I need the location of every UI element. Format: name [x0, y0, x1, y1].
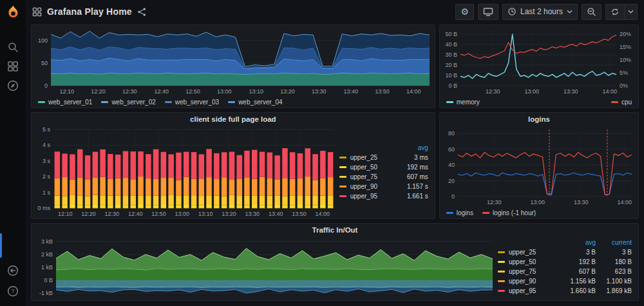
refresh-button[interactable]	[605, 4, 624, 20]
page-load-legend-table: avgupper_253 msupper_50192 msupper_75607…	[339, 126, 435, 218]
share-icon[interactable]	[137, 7, 147, 17]
legend-column-header[interactable]: avg	[564, 239, 596, 246]
svg-text:3 kB: 3 kB	[41, 238, 53, 245]
grafana-logo-icon[interactable]	[5, 5, 21, 21]
legend-column-header[interactable]: avg	[396, 144, 428, 151]
legend-value: 1.100 kB	[600, 278, 632, 285]
memory-cpu-chart[interactable]: 0 B10 B20 B30 B40 B50 B0%5%10%15%20%12:3…	[440, 25, 638, 96]
legend-value: 607 ms	[396, 173, 428, 180]
legend-label: upper_95	[350, 193, 377, 200]
panel-title-traffic[interactable]: Traffic In/Out	[32, 224, 638, 236]
legend-item[interactable]: logins (-1 hour)	[482, 209, 536, 216]
legend-column-header[interactable]: current	[600, 239, 632, 246]
svg-text:14:00: 14:00	[602, 88, 617, 95]
legend-row[interactable]: upper_253 ms	[339, 153, 428, 162]
svg-text:50 B: 50 B	[445, 31, 457, 37]
traffic-chart[interactable]: -1 kB0 B1 kB2 kB3 kB	[32, 236, 498, 300]
legend-row[interactable]: upper_50192 B180 B	[498, 257, 632, 267]
svg-text:13:40: 13:40	[269, 211, 283, 217]
legend-label: web_server_02	[111, 99, 155, 106]
svg-text:-1 kB: -1 kB	[39, 290, 53, 296]
svg-text:13:50: 13:50	[292, 211, 307, 217]
legend-value: 1.157 s	[396, 183, 428, 190]
page-load-chart[interactable]: 0 ms1 s2 s3 s4 s5 s12:1012:2012:3012:401…	[32, 126, 339, 218]
legend-marker	[38, 101, 45, 103]
svg-text:13:10: 13:10	[198, 211, 213, 217]
legend-row[interactable]: upper_951.660 kB1.869 kB	[498, 286, 632, 296]
main-area: Grafana Play Home ⚙ Last 2 hours	[26, 0, 644, 306]
search-icon[interactable]	[0, 37, 26, 57]
legend-item[interactable]: web_server_04	[228, 99, 282, 106]
legend-value: 623 B	[600, 268, 632, 275]
logins-chart[interactable]: 02040608012:3013:0013:3014:00	[440, 126, 638, 207]
legend-row[interactable]: upper_901.156 kB1.100 kB	[498, 276, 632, 286]
legend-row[interactable]: upper_253 B3 B	[498, 247, 632, 257]
gear-icon: ⚙	[460, 7, 469, 16]
svg-text:12:30: 12:30	[122, 88, 137, 95]
panel-page-load: client side full page load 0 ms1 s2 s3 s…	[31, 112, 435, 219]
legend-item[interactable]: cpu	[611, 99, 632, 106]
svg-text:13:10: 13:10	[249, 88, 263, 95]
legend-row[interactable]: upper_901.157 s	[339, 182, 428, 191]
svg-text:13:30: 13:30	[245, 211, 260, 217]
svg-text:12:50: 12:50	[185, 88, 200, 95]
settings-button[interactable]: ⚙	[455, 4, 474, 20]
legend-marker	[228, 101, 235, 103]
legend-row[interactable]: upper_75607 B623 B	[498, 267, 632, 276]
legend-row[interactable]: upper_951.661 s	[339, 191, 428, 201]
panel-title-page-load[interactable]: client side full page load	[32, 113, 435, 126]
legend-marker	[339, 176, 346, 178]
explore-compass-icon[interactable]	[0, 76, 26, 95]
legend-item[interactable]: web_server_01	[38, 99, 92, 106]
legend-label: web_server_01	[48, 99, 92, 106]
zoom-out-button[interactable]	[582, 4, 601, 20]
dashboard-header: Grafana Play Home ⚙ Last 2 hours	[26, 0, 644, 23]
legend-value: 607 B	[564, 268, 596, 275]
legend-item[interactable]: memory	[446, 99, 480, 106]
svg-text:20 B: 20 B	[445, 62, 457, 68]
svg-text:2 s: 2 s	[43, 173, 51, 180]
legend-row[interactable]: upper_50192 ms	[339, 162, 428, 172]
svg-text:12:20: 12:20	[81, 211, 96, 217]
legend-marker	[498, 290, 505, 292]
legend-marker	[498, 261, 505, 263]
svg-text:?: ?	[11, 288, 14, 294]
svg-text:12:50: 12:50	[151, 211, 166, 217]
legend-value: 1.661 s	[396, 193, 428, 200]
svg-text:0: 0	[44, 82, 48, 89]
dashboard-title[interactable]: Grafana Play Home	[47, 6, 132, 17]
svg-text:13:30: 13:30	[574, 199, 589, 206]
svg-text:5 s: 5 s	[43, 126, 51, 133]
dashboard-grid-icon[interactable]	[32, 7, 42, 17]
sidebar-bottom: ?	[0, 261, 26, 301]
help-icon[interactable]: ?	[0, 282, 26, 301]
svg-text:0 B: 0 B	[448, 82, 457, 89]
tv-mode-button[interactable]	[478, 4, 498, 20]
web-servers-legend: web_server_01web_server_02web_server_03w…	[32, 96, 435, 108]
dashboards-icon[interactable]	[0, 57, 26, 76]
dashboard-row: client side full page load 0 ms1 s2 s3 s…	[31, 112, 639, 219]
chevron-down-icon	[567, 10, 573, 14]
legend-value: 1.869 kB	[600, 287, 632, 294]
svg-text:80: 80	[448, 130, 455, 137]
svg-text:12:40: 12:40	[154, 88, 169, 95]
svg-text:60: 60	[448, 146, 455, 153]
sign-in-icon[interactable]	[0, 261, 26, 280]
dashboard-row: 05010012:1012:2012:3012:4012:5013:0013:1…	[31, 24, 639, 108]
panel-title-logins[interactable]: logins	[440, 113, 638, 126]
svg-text:12:40: 12:40	[128, 211, 143, 217]
legend-label: upper_95	[509, 287, 536, 294]
web-servers-chart[interactable]: 05010012:1012:2012:3012:4012:5013:0013:1…	[32, 25, 435, 96]
refresh-interval-dropdown[interactable]	[624, 4, 638, 20]
legend-item[interactable]: web_server_02	[101, 99, 155, 106]
nav-sidebar: ?	[0, 0, 26, 306]
svg-text:13:20: 13:20	[280, 88, 295, 95]
legend-row[interactable]: upper_75607 ms	[339, 172, 428, 182]
svg-text:1 kB: 1 kB	[41, 264, 53, 271]
svg-text:14:00: 14:00	[617, 199, 632, 206]
legend-item[interactable]: web_server_03	[165, 99, 219, 106]
time-range-picker[interactable]: Last 2 hours	[502, 4, 578, 20]
legend-item[interactable]: logins	[446, 209, 473, 216]
svg-text:5%: 5%	[620, 70, 628, 76]
legend-value: 192 ms	[396, 164, 428, 171]
